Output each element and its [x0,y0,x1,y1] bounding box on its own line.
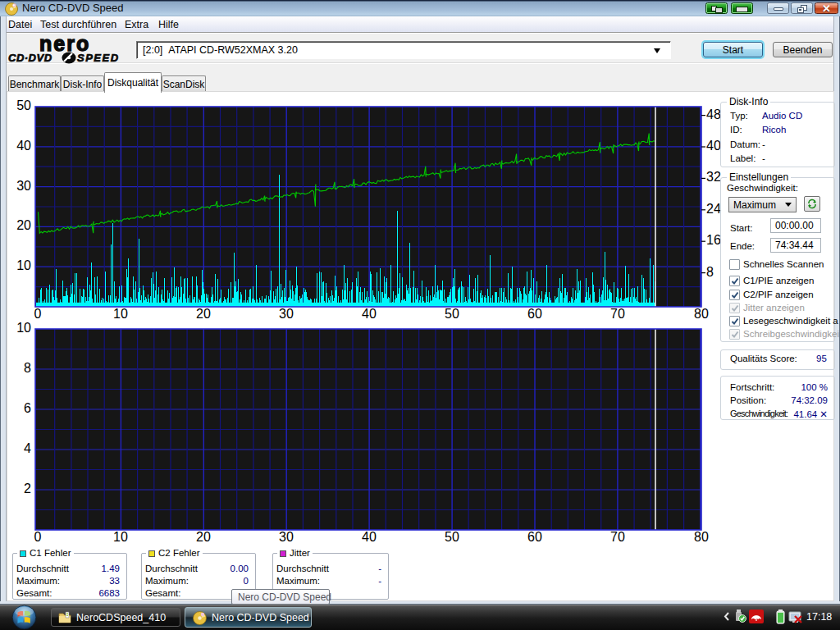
svg-text:80: 80 [694,307,709,321]
svg-text:8: 8 [706,265,714,279]
svg-text:70: 70 [610,530,625,544]
svg-text:4: 4 [24,441,31,455]
svg-text:80: 80 [694,530,709,544]
svg-text:20: 20 [196,307,211,321]
svg-text:40: 40 [706,139,721,153]
svg-text:10: 10 [113,307,128,321]
svg-text:50: 50 [445,307,459,321]
svg-text:30: 30 [279,307,294,321]
svg-text:60: 60 [527,530,542,544]
svg-text:40: 40 [16,139,31,153]
svg-text:24: 24 [706,202,721,216]
svg-text:16: 16 [706,233,721,247]
svg-text:20: 20 [16,218,31,232]
svg-text:10: 10 [16,321,31,335]
svg-text:10: 10 [16,258,31,272]
svg-text:0: 0 [34,307,42,321]
svg-text:30: 30 [279,530,294,544]
svg-text:50: 50 [16,98,31,112]
svg-text:2: 2 [24,482,31,495]
svg-text:30: 30 [16,179,31,193]
svg-text:0: 0 [34,530,42,544]
svg-text:8: 8 [24,361,31,375]
svg-text:60: 60 [527,307,542,321]
svg-text:32: 32 [706,170,721,184]
svg-text:50: 50 [445,530,459,544]
svg-text:70: 70 [610,307,625,321]
svg-text:40: 40 [362,530,377,544]
svg-text:40: 40 [362,307,377,321]
svg-text:48: 48 [706,107,721,121]
svg-text:6: 6 [24,401,31,415]
svg-text:10: 10 [113,530,128,544]
svg-text:20: 20 [196,530,211,544]
